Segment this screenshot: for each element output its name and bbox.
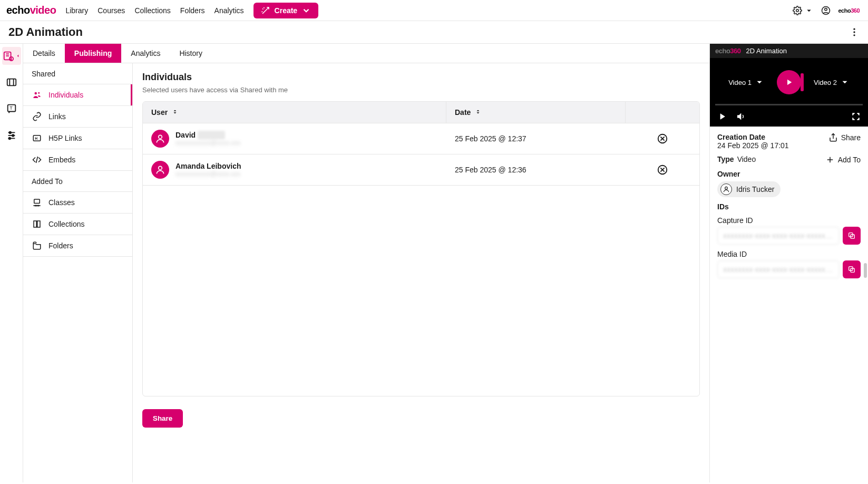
- play-button[interactable]: [777, 70, 801, 94]
- svg-text:T: T: [9, 105, 13, 111]
- subnav-individuals[interactable]: Individuals: [23, 84, 132, 106]
- subnav-heading-addedto: Added To: [23, 171, 132, 192]
- subnav-individuals-label: Individuals: [48, 91, 83, 99]
- create-button[interactable]: Create: [253, 3, 319, 18]
- user-email: xxxxxxxxxxx@xxxx.xxx: [175, 139, 241, 147]
- capture-id-value[interactable]: xxxxxxxx-xxxx-xxxx-xxxx-xxxxxxxxxxxx: [717, 227, 840, 245]
- avatar: [151, 161, 169, 179]
- svg-point-45: [725, 187, 728, 189]
- subnav-classes[interactable]: Classes: [23, 191, 132, 214]
- detail-pane: echo360 2D Animation Video 1 Video 2: [710, 44, 868, 482]
- account-icon[interactable]: [821, 6, 831, 15]
- player-brand: echo360: [715, 47, 741, 55]
- subnav-embeds[interactable]: Embeds: [23, 149, 132, 171]
- svg-rect-32: [34, 221, 36, 227]
- rail-transcript-button[interactable]: T: [2, 100, 21, 118]
- creation-date-label: Creation Date: [717, 133, 789, 141]
- user-email: xxxxxxxxxxx@xxxx.xxx: [175, 170, 241, 178]
- owner-label: Owner: [717, 170, 861, 178]
- share-button[interactable]: Share: [142, 409, 183, 428]
- svg-point-31: [38, 205, 39, 206]
- svg-point-4: [853, 31, 855, 33]
- svg-point-34: [159, 135, 162, 139]
- tab-analytics[interactable]: Analytics: [121, 44, 170, 63]
- addto-action[interactable]: Add To: [825, 155, 861, 164]
- more-options-icon[interactable]: [849, 27, 860, 37]
- table-row: Amanda Leibovich xxxxxxxxxxx@xxxx.xxx 25…: [143, 154, 699, 186]
- svg-point-23: [35, 92, 37, 95]
- tab-history[interactable]: History: [170, 44, 212, 63]
- share-action[interactable]: Share: [828, 133, 861, 142]
- subnav-classes-label: Classes: [48, 198, 75, 207]
- settings-gear-icon[interactable]: [793, 6, 802, 15]
- subnav-links-label: Links: [48, 112, 66, 121]
- nav-courses[interactable]: Courses: [97, 6, 125, 15]
- sort-icon: [475, 108, 481, 117]
- tab-details[interactable]: Details: [23, 44, 65, 63]
- subnav-h5p[interactable]: H H5P Links: [23, 127, 132, 149]
- player-video2-dropdown[interactable]: Video 2: [814, 78, 850, 87]
- main-heading: Individuals: [142, 72, 700, 83]
- media-id-value[interactable]: xxxxxxxx-xxxx-xxxx-xxxx-xxxxxxxxxxxx: [717, 260, 840, 278]
- player-video1-dropdown[interactable]: Video 1: [728, 78, 764, 87]
- brand-part1: echo: [6, 4, 30, 16]
- copy-media-id-button[interactable]: [843, 260, 861, 278]
- svg-rect-27: [34, 199, 40, 204]
- avatar: [151, 130, 169, 148]
- main-content: Individuals Selected users have access v…: [133, 63, 709, 482]
- fullscreen-icon[interactable]: [851, 112, 861, 121]
- title-bar: 2D Animation: [0, 21, 868, 44]
- rail-settings-button[interactable]: [2, 126, 21, 144]
- svg-point-11: [11, 60, 12, 60]
- chevron-down-icon[interactable]: [804, 6, 814, 15]
- sort-icon: [172, 108, 178, 117]
- rail-info-button[interactable]: [2, 47, 21, 65]
- type-value: Video: [737, 155, 756, 163]
- col-header-user[interactable]: User: [143, 102, 446, 123]
- rail-media-button[interactable]: [2, 73, 21, 91]
- copy-capture-id-button[interactable]: [843, 227, 861, 245]
- svg-point-38: [159, 166, 162, 170]
- subnav-heading-shared: Shared: [23, 63, 132, 84]
- tab-publishing[interactable]: Publishing: [65, 44, 122, 63]
- owner-chip[interactable]: Idris Tucker: [717, 181, 781, 197]
- play-icon[interactable]: [717, 112, 727, 121]
- remove-user-button[interactable]: [626, 158, 699, 182]
- table-row: David Xxxxxx xxxxxxxxxxx@xxxx.xxx 25 Feb…: [143, 123, 699, 154]
- subnav-collections-label: Collections: [48, 220, 84, 228]
- capture-id-label: Capture ID: [717, 216, 861, 225]
- nav-folders[interactable]: Folders: [180, 6, 205, 15]
- volume-icon[interactable]: [736, 112, 746, 121]
- brand-logo[interactable]: echovideo: [6, 4, 56, 16]
- subnav-collections[interactable]: Collections: [23, 213, 132, 235]
- svg-point-2: [825, 8, 827, 11]
- remove-user-button[interactable]: [626, 127, 699, 151]
- subnav-links[interactable]: Links: [23, 105, 132, 128]
- main-subheading: Selected users have access via Shared wi…: [142, 86, 700, 94]
- subnav-embeds-label: Embeds: [48, 156, 75, 164]
- svg-point-5: [853, 34, 855, 36]
- brand-part2: video: [30, 4, 56, 16]
- scrollbar[interactable]: [864, 263, 867, 278]
- share-date: 25 Feb 2025 @ 12:37: [446, 128, 626, 149]
- media-id-label: Media ID: [717, 250, 861, 258]
- share-date: 25 Feb 2025 @ 12:36: [446, 159, 626, 180]
- svg-point-18: [9, 132, 11, 134]
- player-title: 2D Animation: [746, 47, 787, 55]
- echo360-badge: echo360: [838, 7, 860, 14]
- owner-name: Idris Tucker: [736, 185, 774, 193]
- col-user-label: User: [151, 108, 168, 117]
- nav-analytics[interactable]: Analytics: [214, 6, 244, 15]
- svg-text:H: H: [35, 137, 37, 140]
- col-header-date[interactable]: Date: [446, 102, 626, 123]
- svg-point-22: [8, 138, 11, 140]
- progress-track[interactable]: [715, 104, 863, 105]
- svg-rect-12: [7, 79, 16, 86]
- publishing-subnav: Shared Individuals Links H H5P Links: [23, 63, 133, 482]
- chevron-down-icon: [755, 78, 764, 87]
- subnav-folders[interactable]: Folders: [23, 235, 132, 257]
- nav-collections[interactable]: Collections: [134, 6, 170, 15]
- svg-point-20: [12, 134, 14, 137]
- subnav-h5p-label: H5P Links: [48, 134, 82, 142]
- nav-library[interactable]: Library: [65, 6, 88, 15]
